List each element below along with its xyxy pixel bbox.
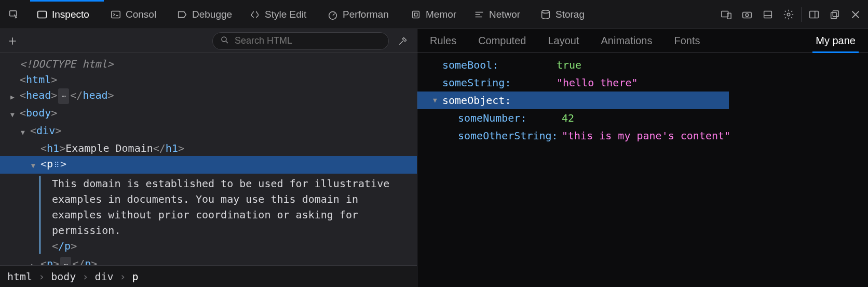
tab-debugger[interactable]: Debugge	[170, 0, 243, 29]
tab-label: Style Edit	[265, 9, 306, 20]
chevron-right-icon: ›	[120, 270, 126, 283]
style-editor-icon	[249, 9, 261, 20]
svg-point-18	[222, 37, 226, 42]
svg-rect-11	[764, 11, 772, 18]
debugger-icon	[177, 9, 188, 20]
svg-point-13	[787, 13, 790, 16]
toggle-split-button[interactable]	[804, 0, 824, 29]
markup-subtoolbar	[0, 29, 417, 53]
crumb[interactable]: html	[7, 270, 32, 283]
tab-my-pane[interactable]: My pane	[816, 35, 856, 47]
svg-rect-5	[414, 13, 417, 16]
search-html-input[interactable]	[235, 35, 381, 46]
p2-node[interactable]: ▶ <p>⋯</p>	[0, 256, 417, 265]
svg-point-6	[542, 10, 550, 13]
side-panel: Rules Computed Layout Animations Fonts M…	[417, 29, 868, 287]
sidepanel-tabs: Rules Computed Layout Animations Fonts M…	[417, 29, 868, 53]
obj-prop-someOtherString[interactable]: someOtherString: "this is my pane's cont…	[417, 127, 868, 145]
pick-element-button[interactable]	[2, 0, 30, 29]
markup-panel: <!DOCTYPE html> <html> ▶ <head>⋯</head> …	[0, 29, 417, 287]
h1-node[interactable]: <h1>Example Domain</h1>	[0, 140, 417, 156]
search-html-field[interactable]	[212, 32, 389, 50]
tab-label: Performan	[343, 9, 389, 20]
chevron-right-icon: ›	[82, 270, 88, 283]
expand-icon[interactable]: ▶	[31, 256, 40, 265]
obj-value: "hello there"	[557, 74, 638, 92]
object-inspector[interactable]: someBool: true someString: "hello there"…	[417, 53, 868, 287]
p-node-selected[interactable]: ▼ <p⠿>	[0, 156, 417, 174]
svg-rect-14	[810, 11, 819, 18]
breadcrumbs: html › body › div › p	[0, 265, 417, 287]
svg-rect-4	[413, 11, 419, 18]
obj-prop-someBool[interactable]: someBool: true	[417, 56, 868, 74]
svg-rect-9	[743, 12, 752, 18]
collapse-icon[interactable]: ▼	[31, 156, 40, 174]
head-node[interactable]: ▶ <head>⋯</head>	[0, 87, 417, 105]
ellipsis-icon[interactable]: ⋯	[60, 257, 71, 265]
expand-icon[interactable]: ▶	[10, 87, 20, 105]
svg-rect-0	[10, 10, 17, 16]
add-node-button[interactable]	[5, 34, 20, 48]
tab-rules[interactable]: Rules	[430, 35, 456, 47]
search-icon	[220, 35, 229, 46]
tab-storage[interactable]: Storag	[534, 0, 597, 29]
performance-icon	[327, 9, 338, 20]
markup-tree[interactable]: <!DOCTYPE html> <html> ▶ <head>⋯</head> …	[0, 53, 417, 265]
close-devtools-button[interactable]	[845, 0, 866, 29]
tab-inspector[interactable]: Inspecto	[30, 0, 104, 29]
obj-prop-someObject[interactable]: ▼ someObject:	[417, 92, 729, 109]
console-icon	[110, 9, 121, 20]
div-node[interactable]: ▼ <div>	[0, 123, 417, 140]
settings-button[interactable]	[778, 0, 799, 29]
body-node[interactable]: ▼ <body>	[0, 105, 417, 123]
main-split: <!DOCTYPE html> <html> ▶ <head>⋯</head> …	[0, 29, 868, 287]
tab-style-editor[interactable]: Style Edit	[243, 0, 321, 29]
collapse-icon[interactable]: ▼	[21, 123, 30, 140]
tab-label: Debugge	[192, 9, 232, 20]
tab-animations[interactable]: Animations	[601, 35, 652, 47]
storage-icon	[540, 9, 551, 20]
obj-prop-someString[interactable]: someString: "hello there"	[417, 74, 868, 92]
tab-memory[interactable]: Memor	[404, 0, 467, 29]
tab-label: Memor	[426, 9, 456, 20]
ellipsis-icon[interactable]: ⋯	[58, 88, 69, 104]
eyedropper-button[interactable]	[394, 32, 412, 50]
doctype-node[interactable]: <!DOCTYPE html>	[0, 56, 417, 72]
collapse-icon[interactable]: ▼	[433, 92, 442, 109]
html-node[interactable]: <html>	[0, 72, 417, 87]
obj-value: "this is my pane's content"	[562, 127, 730, 145]
pick-cursor-icon	[8, 9, 20, 20]
collapse-icon[interactable]: ▼	[10, 105, 20, 123]
obj-value: true	[557, 56, 581, 74]
dock-mode-button[interactable]	[757, 0, 778, 29]
crumb[interactable]: p	[132, 270, 139, 283]
devtools-toolbar: Inspecto Consol Debugge Style Edit Perfo…	[0, 0, 868, 29]
obj-value: 42	[562, 109, 574, 127]
tab-label: Networ	[489, 9, 520, 20]
crumb[interactable]: body	[51, 270, 76, 283]
svg-point-10	[745, 14, 749, 17]
tab-performance[interactable]: Performan	[321, 0, 404, 29]
tab-label: Consol	[126, 9, 156, 20]
tab-computed[interactable]: Computed	[478, 35, 526, 47]
screenshot-button[interactable]	[737, 0, 757, 29]
inspector-icon	[36, 9, 48, 20]
network-icon	[473, 9, 485, 20]
crumb[interactable]: div	[94, 270, 113, 283]
p-text-content[interactable]: This domain is established to be used fo…	[39, 176, 403, 254]
toolbar-right-icons	[716, 0, 866, 29]
obj-prop-someNumber[interactable]: someNumber: 42	[417, 109, 868, 127]
svg-rect-2	[112, 11, 120, 18]
popout-button[interactable]	[824, 0, 845, 29]
memory-icon	[410, 9, 422, 20]
svg-rect-17	[833, 10, 838, 16]
tab-layout[interactable]: Layout	[548, 35, 579, 47]
tab-network[interactable]: Networ	[467, 0, 534, 29]
tab-label: Inspecto	[52, 9, 89, 20]
toolbar-divider	[801, 7, 802, 22]
tab-fonts[interactable]: Fonts	[674, 35, 700, 47]
tab-console[interactable]: Consol	[104, 0, 170, 29]
svg-rect-1	[38, 11, 47, 18]
tab-label: Storag	[555, 9, 585, 20]
responsive-mode-button[interactable]	[716, 0, 737, 29]
